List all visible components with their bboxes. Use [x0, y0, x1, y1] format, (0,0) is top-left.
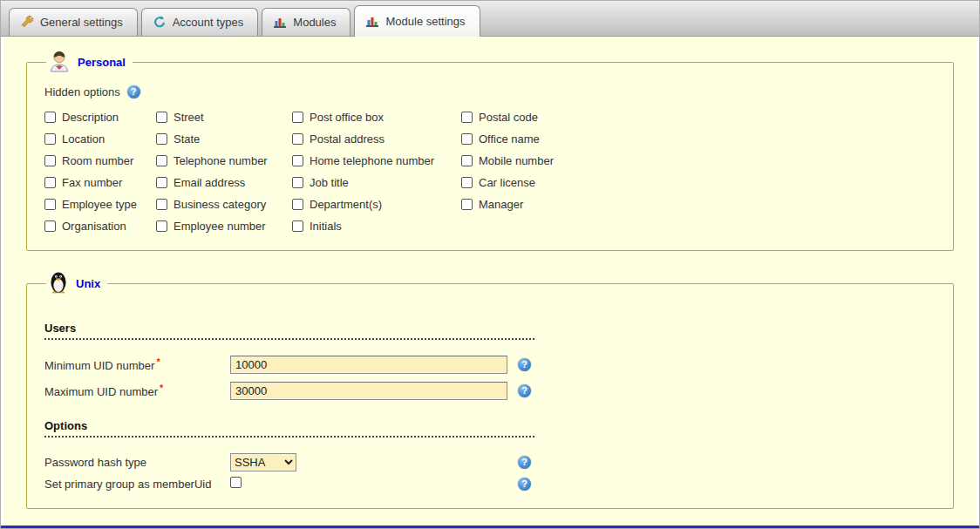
- password-hash-select-wrap: SSHA: [230, 453, 518, 471]
- hidden-option-item: Mobile number: [461, 154, 609, 167]
- hidden-option-item: Location: [44, 132, 156, 146]
- hidden-option-label: Post office box: [310, 111, 384, 124]
- tab-general-settings[interactable]: General settings: [9, 8, 138, 36]
- hidden-option-checkbox[interactable]: [461, 155, 473, 166]
- tab-modules[interactable]: Modules: [262, 8, 350, 36]
- hidden-option-checkbox[interactable]: [461, 177, 473, 188]
- member-uid-checkbox[interactable]: [230, 477, 242, 488]
- personal-section: Personal Hidden options ? DescriptionStr…: [26, 49, 954, 251]
- hidden-option-label: Manager: [479, 198, 523, 211]
- hidden-option-checkbox[interactable]: [461, 133, 473, 145]
- password-hash-label: Password hash type: [44, 456, 230, 469]
- tab-label: Modules: [293, 16, 336, 29]
- hidden-option-item: Initials: [292, 220, 461, 233]
- hidden-option-checkbox[interactable]: [292, 177, 303, 188]
- hidden-option-label: Email address: [174, 176, 245, 189]
- tux-penguin-icon: [48, 270, 69, 297]
- hidden-options-label: Hidden options: [44, 85, 120, 98]
- hidden-option-item: Home telephone number: [292, 154, 461, 167]
- hidden-option-checkbox[interactable]: [44, 177, 56, 188]
- tab-module-settings[interactable]: Module settings: [354, 5, 480, 37]
- hidden-option-label: Postal address: [310, 132, 385, 146]
- hidden-option-checkbox[interactable]: [156, 177, 167, 188]
- hidden-option-label: State: [174, 132, 200, 146]
- personal-section-title: Personal: [78, 56, 126, 69]
- module-settings-content: Personal Hidden options ? DescriptionStr…: [1, 37, 979, 526]
- hidden-option-item: Fax number: [44, 176, 156, 189]
- hidden-option-label: Telephone number: [174, 154, 268, 167]
- hidden-option-checkbox[interactable]: [44, 155, 56, 166]
- hidden-option-item: Job title: [292, 176, 461, 189]
- hidden-option-item: Office name: [461, 132, 609, 146]
- footer-divider: [1, 526, 979, 528]
- hidden-option-label: Street: [174, 111, 204, 124]
- help-icon[interactable]: ?: [127, 85, 140, 98]
- member-uid-label: Set primary group as memberUid: [44, 478, 230, 491]
- member-uid-checkbox-wrap: [230, 477, 518, 491]
- min-uid-row: Minimum UID number* ?: [44, 356, 941, 374]
- help-icon[interactable]: ?: [518, 478, 531, 491]
- account-types-icon: [153, 15, 167, 29]
- hidden-option-checkbox[interactable]: [292, 133, 303, 145]
- hidden-option-label: Job title: [310, 176, 349, 189]
- min-uid-input[interactable]: [230, 356, 507, 374]
- hidden-option-label: Initials: [310, 220, 342, 233]
- hidden-option-item: Room number: [44, 154, 156, 167]
- unix-section-title: Unix: [76, 277, 100, 290]
- hidden-option-checkbox[interactable]: [156, 133, 167, 145]
- hidden-option-label: Employee type: [62, 198, 137, 211]
- hidden-option-checkbox[interactable]: [292, 155, 303, 166]
- hidden-option-item: Email address: [156, 176, 292, 189]
- module-settings-chart-icon: [365, 14, 379, 28]
- hidden-option-item: State: [156, 132, 292, 146]
- users-subheading: Users: [44, 322, 534, 340]
- hidden-option-label: Description: [62, 111, 119, 124]
- max-uid-input[interactable]: [230, 382, 507, 400]
- hidden-option-label: Business category: [174, 198, 266, 211]
- member-uid-row: Set primary group as memberUid ?: [44, 477, 941, 491]
- hidden-option-checkbox[interactable]: [292, 220, 303, 232]
- hidden-option-checkbox[interactable]: [156, 220, 167, 232]
- hidden-option-checkbox[interactable]: [44, 133, 56, 145]
- hidden-option-label: Organisation: [62, 220, 126, 233]
- hidden-option-item: Employee number: [156, 220, 292, 233]
- hidden-option-checkbox[interactable]: [461, 112, 473, 123]
- tab-account-types[interactable]: Account types: [141, 8, 259, 36]
- hidden-options-row: Hidden options ?: [44, 85, 941, 98]
- hidden-option-label: Postal code: [479, 111, 538, 124]
- hidden-option-label: Mobile number: [479, 154, 554, 167]
- hidden-options-grid: DescriptionStreetPost office boxPostal c…: [44, 111, 941, 233]
- help-icon[interactable]: ?: [518, 456, 531, 469]
- hidden-option-checkbox[interactable]: [44, 112, 56, 123]
- hidden-option-checkbox[interactable]: [292, 112, 303, 123]
- hidden-option-checkbox[interactable]: [461, 199, 473, 210]
- unix-section: Unix Users Minimum UID number* ? Maximum…: [26, 270, 954, 509]
- person-icon: [48, 49, 71, 75]
- hidden-option-item: Telephone number: [156, 154, 292, 167]
- modules-chart-icon: [273, 15, 287, 29]
- hidden-option-label: Room number: [62, 154, 133, 167]
- required-star: *: [160, 383, 163, 393]
- personal-section-legend: Personal: [46, 49, 133, 75]
- hidden-option-item: Description: [44, 111, 156, 124]
- hidden-option-item: Employee type: [44, 198, 156, 211]
- hidden-option-checkbox[interactable]: [156, 112, 167, 123]
- hidden-option-item: Business category: [156, 198, 292, 211]
- hidden-option-checkbox[interactable]: [44, 199, 56, 210]
- help-icon[interactable]: ?: [518, 358, 531, 371]
- help-icon[interactable]: ?: [518, 384, 531, 397]
- hidden-option-checkbox[interactable]: [292, 199, 303, 210]
- tab-label: General settings: [40, 16, 123, 29]
- password-hash-select[interactable]: SSHA: [230, 453, 296, 471]
- hidden-option-item: Street: [156, 111, 292, 124]
- min-uid-label: Minimum UID number*: [44, 356, 230, 372]
- hidden-option-item: Postal address: [292, 132, 461, 146]
- hidden-option-checkbox[interactable]: [44, 220, 56, 232]
- tab-label: Module settings: [385, 15, 465, 28]
- hidden-option-checkbox[interactable]: [156, 199, 167, 210]
- max-uid-label: Maximum UID number*: [44, 383, 230, 398]
- hidden-option-checkbox[interactable]: [156, 155, 167, 166]
- hidden-option-item: Organisation: [44, 220, 156, 233]
- hidden-option-label: Office name: [479, 132, 540, 146]
- hidden-option-item: Manager: [461, 198, 609, 211]
